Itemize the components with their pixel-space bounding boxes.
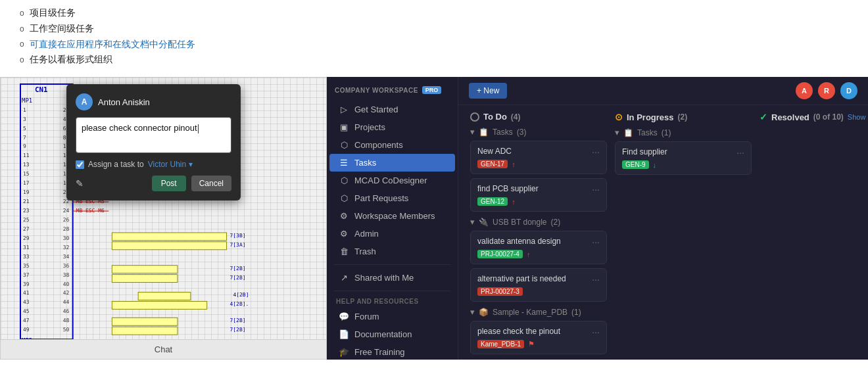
sidebar-item-admin[interactable]: ⚙ Admin — [329, 225, 455, 243]
list-item-3: 可直接在应用程序和在线文档中分配任务 — [20, 37, 855, 53]
sidebar-item-label: Free Training — [354, 347, 405, 357]
task-menu-icon[interactable]: ··· — [592, 327, 600, 337]
kanban-area: To Do (4) ▾ 📋 Tasks (3) New — [458, 105, 868, 360]
dialog-buttons: Post Cancel — [152, 176, 231, 191]
sidebar-divider-2 — [333, 291, 451, 291]
bottom-section: CN1 MP1 1 3 5 7 9 11 13 15 17 19 21 23 2… — [0, 77, 868, 360]
task-group-header-tasks[interactable]: ▾ 📋 Tasks (3) — [470, 127, 607, 137]
sidebar-item-documentation[interactable]: 📄 Documentation — [329, 325, 455, 343]
avatar-r[interactable]: R — [818, 82, 835, 99]
show-more-button[interactable]: Show More — [848, 113, 868, 121]
task-meta: GEN-12 ↑ — [477, 197, 600, 206]
schematic-panel: CN1 MP1 1 3 5 7 9 11 13 15 17 19 21 23 2… — [0, 77, 327, 360]
assign-name[interactable]: Victor Uhin ▾ — [148, 160, 193, 169]
task-manager-panel: COMPANY WORKSPACE PRO ▷ Get Started ▣ Pr… — [327, 77, 868, 360]
task-menu-icon[interactable]: ··· — [592, 237, 600, 247]
inprogress-tasks-icon: 📋 — [623, 128, 633, 137]
assign-checkbox[interactable] — [76, 160, 84, 169]
sidebar-item-projects[interactable]: ▣ Projects — [329, 118, 455, 136]
sidebar-item-tasks[interactable]: ☰ Tasks — [329, 154, 455, 172]
task-menu-icon[interactable]: ··· — [592, 184, 600, 195]
dialog-actions: ✎ Post Cancel — [76, 176, 231, 191]
task-group-usb: ▾ 🔌 USB BT dongle (2) validate antenna d… — [470, 217, 607, 302]
task-group-kame: ▾ 📦 Sample - Kame_PDB (1) please check t… — [470, 307, 607, 354]
task-group-header-usb[interactable]: ▾ 🔌 USB BT dongle (2) — [470, 217, 607, 227]
task-meta: GEN-17 ↑ — [477, 160, 600, 168]
trash-icon: 🗑 — [339, 247, 349, 256]
task-card-find-supplier: Find supplier ··· GEN-9 ↓ — [615, 141, 752, 175]
tasks-group-icon2: 📋 — [479, 128, 489, 137]
sidebar-item-shared[interactable]: ↗ Shared with Me — [329, 269, 455, 287]
sidebar-item-free-training[interactable]: 🎓 Free Training — [329, 343, 455, 360]
main-content: + New A R D To Do (4) ▾ — [458, 77, 868, 360]
task-card-antenna: validate antenna design ··· PRJ-00027-4 … — [470, 231, 607, 264]
arrow-up-icon: ↑ — [512, 160, 516, 168]
projects-icon: ▣ — [339, 122, 349, 132]
get-started-icon: ▷ — [339, 105, 349, 114]
cancel-button[interactable]: Cancel — [191, 176, 231, 191]
dialog-username: Anton Aniskin — [98, 97, 150, 107]
sidebar-item-get-started[interactable]: ▷ Get Started — [329, 101, 455, 118]
usb-group-chevron: ▾ — [470, 217, 475, 227]
training-icon: 🎓 — [339, 347, 349, 357]
list-item-1: 项目级任务 — [20, 5, 855, 21]
shared-icon: ↗ — [339, 273, 349, 283]
task-card-alternative-part: alternative part is needed ··· PRJ-00027… — [470, 268, 607, 302]
components-icon: ⬡ — [339, 140, 349, 150]
inprogress-circle: ⊙ — [615, 112, 623, 122]
chat-label-bar: Chat — [1, 339, 326, 359]
task-menu-icon[interactable]: ··· — [736, 147, 744, 158]
task-card-find-pcb: find PCB supplier ··· GEN-12 ↑ — [470, 178, 607, 212]
usb-group-icon: 🔌 — [479, 218, 489, 227]
task-group-tasks: ▾ 📋 Tasks (3) New ADC ··· GEN-17 — [470, 127, 607, 212]
arrow-up-icon: ↑ — [512, 198, 516, 206]
sidebar-item-trash[interactable]: 🗑 Trash — [329, 243, 455, 260]
kame-group-chevron: ▾ — [470, 307, 475, 317]
sidebar-item-label: Projects — [354, 122, 385, 132]
kame-group-icon: 📦 — [479, 308, 489, 317]
comment-input[interactable]: please check connector pinout — [76, 117, 231, 153]
arrow-up-icon: ↑ — [527, 250, 531, 258]
documentation-icon: 📄 — [339, 329, 349, 339]
task-meta: Kame_PDB-1 ⚑ — [477, 340, 600, 348]
task-card-header: New ADC ··· — [477, 147, 600, 157]
workspace-members-icon: ⚙ — [339, 211, 349, 221]
sidebar-item-components[interactable]: ⬡ Components — [329, 136, 455, 154]
new-button[interactable]: + New — [469, 83, 507, 99]
kanban-col-resolved: ✓ Resolved (0 of 10) Show More — [756, 112, 868, 353]
sidebar-item-label: Components — [354, 140, 403, 150]
task-card-header: please check the pinout ··· — [477, 327, 600, 337]
sidebar-divider — [333, 264, 451, 265]
flag-icon: ⚑ — [528, 340, 535, 348]
task-group-header-inprogress[interactable]: ▾ 📋 Tasks (1) — [615, 128, 752, 137]
post-button[interactable]: Post — [152, 176, 186, 191]
sidebar-item-part-requests[interactable]: ⬡ Part Requests — [329, 189, 455, 207]
task-card-header: validate antenna design ··· — [477, 237, 600, 247]
list-item-4: 任务以看板形式组织 — [20, 52, 855, 68]
task-meta: PRJ-00027-3 — [477, 287, 600, 296]
sidebar-item-mcad[interactable]: ⬡ MCAD CoDesigner — [329, 172, 455, 189]
text-cursor — [198, 124, 199, 133]
tasks-icon: ☰ — [339, 158, 349, 168]
task-card-header: find PCB supplier ··· — [477, 184, 600, 195]
task-menu-icon[interactable]: ··· — [592, 274, 600, 285]
kanban-col-inprogress: ⊙ In Progress (2) ▾ 📋 Tasks (1) — [611, 112, 756, 353]
task-card-check-pinout: please check the pinout ··· Kame_PDB-1 ⚑ — [470, 321, 607, 354]
top-bar: + New A R D — [458, 77, 868, 105]
sidebar-item-workspace-members[interactable]: ⚙ Workspace Members — [329, 207, 455, 225]
dialog-header: A Anton Aniskin — [76, 93, 231, 110]
sidebar: COMPANY WORKSPACE PRO ▷ Get Started ▣ Pr… — [327, 77, 458, 360]
task-menu-icon[interactable]: ··· — [592, 147, 600, 157]
task-card-header: alternative part is needed ··· — [477, 274, 600, 285]
arrow-down-icon: ↓ — [653, 161, 657, 169]
part-requests-icon: ⬡ — [339, 193, 349, 203]
edit-icon[interactable]: ✎ — [76, 178, 84, 189]
sidebar-item-label: Workspace Members — [354, 211, 435, 221]
resolved-header: ✓ Resolved (0 of 10) Show More — [760, 112, 868, 122]
sidebar-item-label: MCAD CoDesigner — [354, 176, 427, 185]
avatar-a[interactable]: A — [796, 82, 813, 99]
dialog-avatar: A — [76, 93, 93, 110]
sidebar-item-forum[interactable]: 💬 Forum — [329, 308, 455, 325]
avatar-d[interactable]: D — [840, 82, 857, 99]
task-group-header-kame[interactable]: ▾ 📦 Sample - Kame_PDB (1) — [470, 307, 607, 317]
